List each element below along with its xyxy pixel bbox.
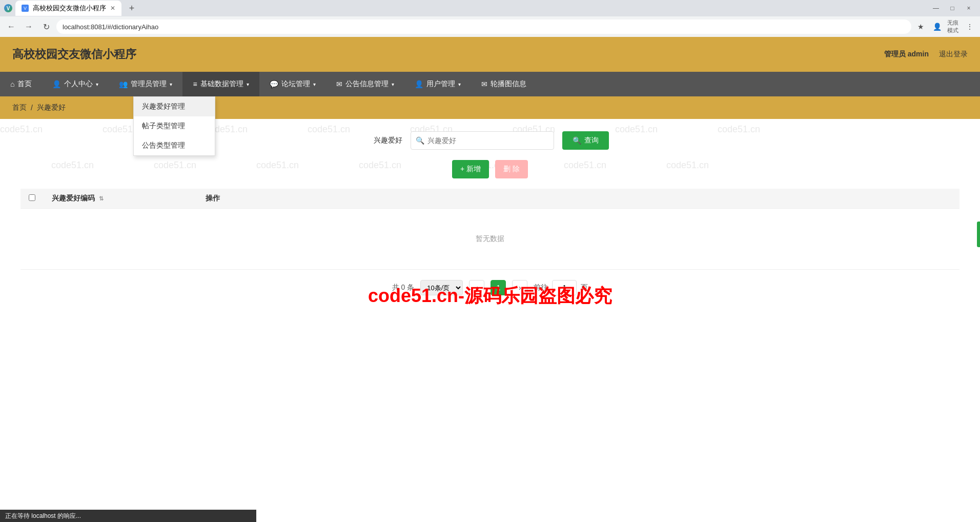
prev-page-button[interactable]: ‹: [469, 280, 484, 295]
address-bar[interactable]: [56, 19, 911, 34]
breadcrumb-current: 兴趣爱好: [37, 103, 66, 112]
person-icon: 👤: [52, 80, 61, 88]
maximize-button[interactable]: □: [945, 3, 959, 13]
nav-item-admin[interactable]: 👥 管理员管理 ▾: [109, 72, 182, 96]
table-body: 暂无数据: [21, 209, 959, 270]
nav-item-forum[interactable]: 💬 论坛管理 ▾: [259, 72, 326, 96]
nav-user-label: 用户管理: [426, 79, 455, 89]
no-trace-icon[interactable]: 无痕模式: [947, 21, 959, 33]
breadcrumb-separator: /: [31, 104, 33, 112]
forum-icon: 💬: [270, 80, 278, 88]
pagination-bar: 共 0 条 10条/页 20条/页 50条/页 ‹ 1 › 前往 页: [21, 280, 959, 295]
pagination-total: 共 0 条: [392, 283, 415, 292]
goto-prefix: 前往: [534, 283, 548, 292]
sort-icon[interactable]: ⇅: [99, 195, 104, 202]
active-browser-tab[interactable]: V 高校校园交友微信小程序 ✕: [15, 1, 121, 16]
add-button[interactable]: + 新增: [452, 160, 489, 178]
nav-personal-label: 个人中心: [64, 79, 93, 89]
search-input-wrap: 🔍: [411, 131, 554, 150]
total-count: 0: [401, 283, 405, 291]
dropdown-item-interest[interactable]: 兴趣爱好管理: [134, 97, 215, 116]
notice-arrow-icon: ▾: [392, 82, 394, 87]
nav-item-user[interactable]: 👤 用户管理 ▾: [404, 72, 471, 96]
next-page-button[interactable]: ›: [512, 280, 527, 295]
goto-page-input[interactable]: [552, 280, 577, 295]
nav-item-carousel[interactable]: ✉ 轮播图信息: [471, 72, 537, 96]
search-btn-icon: 🔍: [573, 136, 581, 145]
dropdown-item-notice-type[interactable]: 公告类型管理: [134, 136, 215, 155]
select-all-checkbox[interactable]: [29, 194, 35, 201]
table-header: 兴趣爱好编码 ⇅ 操作: [21, 189, 959, 209]
dropdown-item-post-type[interactable]: 帖子类型管理: [134, 116, 215, 136]
new-tab-button[interactable]: +: [125, 1, 139, 15]
admin-arrow-icon: ▾: [170, 82, 172, 87]
page-goto: 前往 页: [534, 280, 588, 295]
admin-icon: 👥: [119, 80, 128, 88]
app-wrapper: 高校校园交友微信小程序 管理员 admin 退出登录 ⌂ 首页 👤 个人中心 ▾…: [0, 37, 980, 522]
nav-bar: ⌂ 首页 👤 个人中心 ▾ 👥 管理员管理 ▾ ≡ 基础数据管理 ▾ 💬 论坛管…: [0, 72, 980, 96]
bookmark-star-icon[interactable]: ★: [914, 21, 927, 33]
browser-titlebar: V V 高校校园交友微信小程序 ✕ + — □ ×: [0, 0, 980, 16]
total-suffix: 条: [407, 283, 414, 291]
minimize-button[interactable]: —: [929, 3, 943, 13]
user-icon: 👤: [415, 80, 423, 88]
forward-button[interactable]: →: [22, 19, 36, 34]
browser-toolbar: ★ 👤 无痕模式 ⋮: [914, 21, 976, 33]
home-icon: ⌂: [10, 80, 14, 88]
content-inner: 兴趣爱好 🔍 🔍 查询 + 新增 删 除: [21, 131, 959, 295]
empty-state-text: 暂无数据: [29, 214, 951, 264]
col-checkbox-header: [21, 189, 44, 209]
per-page-select[interactable]: 10条/页 20条/页 50条/页: [420, 280, 463, 295]
col-code-label: 兴趣爱好编码: [52, 194, 95, 202]
search-icon: 🔍: [416, 136, 424, 145]
carousel-icon: ✉: [481, 80, 487, 88]
data-table: 兴趣爱好编码 ⇅ 操作 暂无数据: [21, 189, 959, 270]
nav-notice-label: 公告信息管理: [345, 79, 389, 89]
tab-close-button[interactable]: ✕: [110, 5, 115, 12]
browser-window: V V 高校校园交友微信小程序 ✕ + — □ × ← → ↻ ★ 👤 无痕模式…: [0, 0, 980, 37]
back-button[interactable]: ←: [4, 19, 18, 34]
basic-data-dropdown: 兴趣爱好管理 帖子类型管理 公告类型管理: [133, 96, 215, 156]
window-controls: — □ ×: [929, 3, 976, 13]
search-label: 兴趣爱好: [372, 136, 402, 145]
goto-suffix: 页: [581, 283, 588, 292]
nav-item-personal[interactable]: 👤 个人中心 ▾: [42, 72, 109, 96]
nav-basic-data-label: 基础数据管理: [200, 79, 243, 89]
browser-logo-icon: V: [4, 4, 12, 12]
side-indicator: [977, 222, 980, 247]
nav-item-notice[interactable]: ✉ 公告信息管理 ▾: [326, 72, 404, 96]
notice-icon: ✉: [336, 80, 342, 88]
close-button[interactable]: ×: [962, 3, 976, 13]
header-right: 管理员 admin 退出登录: [884, 50, 968, 59]
main-content: code51.cn code51.cn code51.cn code51.cn …: [0, 119, 980, 478]
col-ops-header: 操作: [197, 189, 959, 209]
total-prefix: 共: [392, 283, 399, 291]
current-page-button[interactable]: 1: [491, 280, 506, 295]
delete-button[interactable]: 删 除: [495, 160, 528, 178]
nav-carousel-label: 轮播图信息: [491, 79, 526, 89]
nav-item-home[interactable]: ⌂ 首页: [0, 72, 42, 96]
app-header: 高校校园交友微信小程序 管理员 admin 退出登录: [0, 37, 980, 72]
status-bar: 正在等待 localhost 的响应...: [0, 510, 256, 522]
browser-controls: ← → ↻ ★ 👤 无痕模式 ⋮: [0, 16, 980, 37]
nav-forum-label: 论坛管理: [281, 79, 310, 89]
tab-title: 高校校园交友微信小程序: [33, 4, 106, 13]
profile-icon[interactable]: 👤: [931, 21, 943, 33]
reload-button[interactable]: ↻: [39, 19, 53, 34]
basic-data-icon: ≡: [193, 80, 197, 88]
personal-arrow-icon: ▾: [96, 82, 98, 87]
admin-label: 管理员 admin: [884, 50, 929, 59]
user-arrow-icon: ▾: [458, 82, 461, 87]
col-code-header: 兴趣爱好编码 ⇅: [44, 189, 197, 209]
nav-admin-label: 管理员管理: [131, 79, 167, 89]
search-button[interactable]: 🔍 查询: [562, 131, 609, 150]
logout-button[interactable]: 退出登录: [939, 50, 968, 59]
breadcrumb-home[interactable]: 首页: [12, 103, 27, 112]
tab-favicon: V: [22, 5, 29, 12]
search-input[interactable]: [411, 131, 554, 150]
forum-arrow-icon: ▾: [313, 82, 316, 87]
nav-item-basic-data[interactable]: ≡ 基础数据管理 ▾: [182, 72, 259, 96]
empty-row: 暂无数据: [21, 209, 959, 270]
extensions-icon[interactable]: ⋮: [964, 21, 976, 33]
search-btn-label: 查询: [584, 136, 599, 145]
